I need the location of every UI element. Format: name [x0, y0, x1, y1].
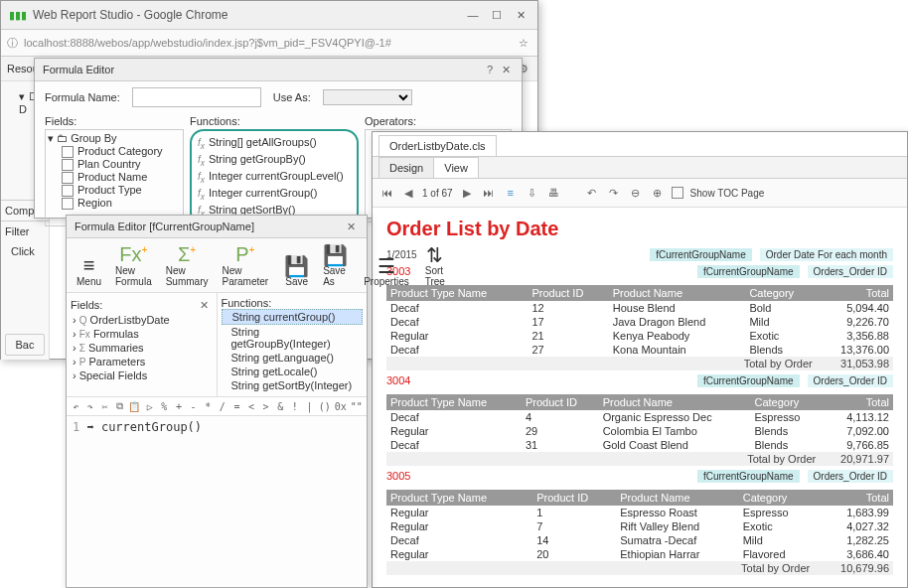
close-icon[interactable]: ✕ — [343, 219, 359, 234]
table-row: Regular21Kenya PeabodyExotic3,356.88 — [386, 329, 893, 343]
file-tab[interactable]: OrderListbyDate.cls — [378, 135, 497, 156]
field-node[interactable]: › Σ Summaries — [71, 341, 213, 355]
formula-dialog-title: Formula Editor ? ✕ — [35, 59, 522, 81]
data-table: Product Type NameProduct IDProduct NameC… — [386, 394, 893, 466]
group-tag-b: Orders_Order ID — [808, 470, 893, 483]
operators-header: Operators: — [365, 113, 512, 129]
function-item[interactable]: fxInteger currentGroupLevel() — [198, 169, 351, 186]
group-tag: fCurrentGroupName — [697, 470, 800, 483]
new-parameter-button[interactable]: P+New Parameter — [216, 241, 274, 289]
function-node[interactable]: String getGroupBy(Integer) — [222, 325, 364, 351]
field-node[interactable]: › Q OrderListbyDate — [71, 313, 213, 327]
quote-icon[interactable]: "" — [351, 399, 363, 413]
functions-label: Functions: — [222, 297, 364, 309]
left-section-click[interactable]: Click — [1, 241, 49, 261]
report-title: Order List by Date — [386, 218, 893, 240]
field-node[interactable]: › Fx Formulas — [71, 327, 213, 341]
function-item[interactable]: fxString getGroupBy() — [198, 152, 351, 169]
run-icon[interactable]: ▷ — [144, 399, 155, 413]
next-page-icon[interactable]: ▶ — [459, 185, 475, 201]
undo-icon[interactable]: ↶ — [584, 185, 600, 201]
close-icon[interactable]: ✕ — [498, 62, 514, 77]
info-icon[interactable]: ⓘ — [7, 36, 18, 51]
design-tab[interactable]: Design — [378, 157, 434, 178]
copy-icon[interactable]: ⧉ — [114, 399, 125, 413]
report-body: Order List by Date 1/2015 fCurrentGroupN… — [373, 208, 907, 585]
group-tag: fCurrentGroupName — [697, 374, 800, 387]
print-icon[interactable]: 🖶 — [546, 185, 562, 201]
zoom-out-icon[interactable]: ⊖ — [628, 185, 644, 201]
new-summary-button[interactable]: Σ+New Summary — [160, 241, 215, 289]
view-tab[interactable]: View — [433, 157, 479, 178]
data-table: Product Type NameProduct IDProduct NameC… — [386, 490, 893, 575]
list-icon[interactable]: ≡ — [503, 185, 519, 201]
save-as-button[interactable]: 💾Save As — [317, 241, 354, 289]
menu-button[interactable]: ≡Menu — [71, 252, 107, 289]
redo-icon[interactable]: ↷ — [606, 185, 622, 201]
cut-icon[interactable]: ✂ — [99, 399, 110, 413]
close-button[interactable]: ✕ — [512, 6, 530, 24]
clear-icon[interactable]: ✕ — [197, 297, 213, 313]
field-item[interactable]: Region — [48, 197, 181, 210]
toc-checkbox[interactable]: Show TOC Page — [672, 187, 765, 199]
table-row: Regular1Espresso RoastEspresso1,683.99 — [386, 506, 893, 519]
help-icon[interactable]: ? — [482, 62, 498, 77]
page-indicator: 1 of 67 — [422, 188, 453, 199]
formula-toolbar: ≡Menu Fx+New Formula Σ+New Summary P+New… — [67, 238, 367, 293]
field-item[interactable]: Plan Country — [48, 158, 181, 171]
paste-icon[interactable]: 📋 — [128, 399, 140, 413]
app-icon: ▮▮▮ — [9, 9, 27, 22]
maximize-button[interactable]: ☐ — [488, 6, 506, 24]
group-code: 3004 — [386, 374, 410, 386]
first-page-icon[interactable]: ⏮ — [378, 185, 394, 201]
table-row: Regular20Ethiopian HarrarFlavored3,686.4… — [386, 547, 893, 561]
formula-name-input[interactable] — [132, 87, 261, 107]
redo-icon[interactable]: ↷ — [85, 399, 96, 413]
new-formula-button[interactable]: Fx+New Formula — [109, 241, 158, 289]
properties-button[interactable]: ☰Properties — [358, 252, 415, 289]
window-title: Web Report Studio - Google Chrome — [33, 8, 458, 22]
undo-icon[interactable]: ↶ — [71, 399, 81, 413]
report-toolbar: ⏮ ◀ 1 of 67 ▶ ⏭ ≡ ⇩ 🖶 ↶ ↷ ⊖ ⊕ Show TOC P… — [373, 179, 907, 208]
table-row: Regular7Rift Valley BlendExotic4,027.32 — [386, 519, 893, 533]
data-table: Product Type NameProduct IDProduct NameC… — [386, 285, 893, 370]
use-as-select[interactable] — [323, 89, 412, 105]
sort-tree-button[interactable]: ⇅Sort Tree — [419, 241, 451, 289]
fields-header: Fields: — [45, 113, 184, 129]
group-tag-1b: Order Date For each month — [760, 248, 893, 261]
star-icon[interactable]: ☆ — [516, 35, 531, 51]
functions-header: Functions: — [190, 113, 359, 129]
fields-label: Fields: — [71, 299, 102, 311]
field-item[interactable]: Product Category — [48, 145, 181, 158]
function-item[interactable]: fxString[] getAllGroups() — [198, 135, 351, 152]
table-row: Regular29Colombia El TamboBlends7,092.00 — [386, 424, 893, 438]
use-as-label: Use As: — [273, 91, 311, 103]
field-node[interactable]: › P Parameters — [71, 355, 213, 368]
formula-name-label: Formula Name: — [45, 91, 120, 103]
prev-page-icon[interactable]: ◀ — [400, 185, 416, 201]
total-row: Total by Order10,679.96 — [386, 561, 893, 575]
function-item[interactable]: fxInteger currentGroup() — [198, 186, 351, 203]
url-text[interactable]: localhost:8888/webos/app/webstudio/index… — [24, 37, 510, 49]
zoom-in-icon[interactable]: ⊕ — [650, 185, 666, 201]
field-item[interactable]: Product Type — [48, 184, 181, 197]
save-button[interactable]: 💾Save — [278, 252, 315, 289]
last-page-icon[interactable]: ⏭ — [481, 185, 497, 201]
group-by-node[interactable]: ▾ 🗀 Group By — [48, 132, 181, 145]
back-button[interactable]: Bac — [5, 334, 45, 356]
field-node[interactable]: › Special Fields — [71, 368, 213, 382]
window-titlebar: ▮▮▮ Web Report Studio - Google Chrome — … — [1, 1, 537, 30]
table-row: Decaf4Organic Espresso DecEspresso4,113.… — [386, 410, 893, 424]
function-node[interactable]: String currentGroup() — [222, 309, 364, 325]
function-node[interactable]: String getSortBy(Integer) — [222, 378, 364, 392]
total-row: Total by Order31,053.98 — [386, 357, 893, 370]
field-item[interactable]: Product Name — [48, 171, 181, 184]
export-icon[interactable]: ⇩ — [525, 185, 540, 201]
formula-editor-area[interactable]: 1 ➡ currentGroup() — [67, 416, 367, 438]
address-bar: ⓘ localhost:8888/webos/app/webstudio/ind… — [1, 30, 537, 57]
function-node[interactable]: String getLocale() — [222, 365, 364, 378]
function-node[interactable]: String getLanguage() — [222, 351, 364, 365]
minimize-button[interactable]: — — [464, 6, 482, 24]
group-tag-1: fCurrentGroupName — [650, 248, 752, 261]
total-row: Total by Order20,971.97 — [386, 452, 893, 466]
